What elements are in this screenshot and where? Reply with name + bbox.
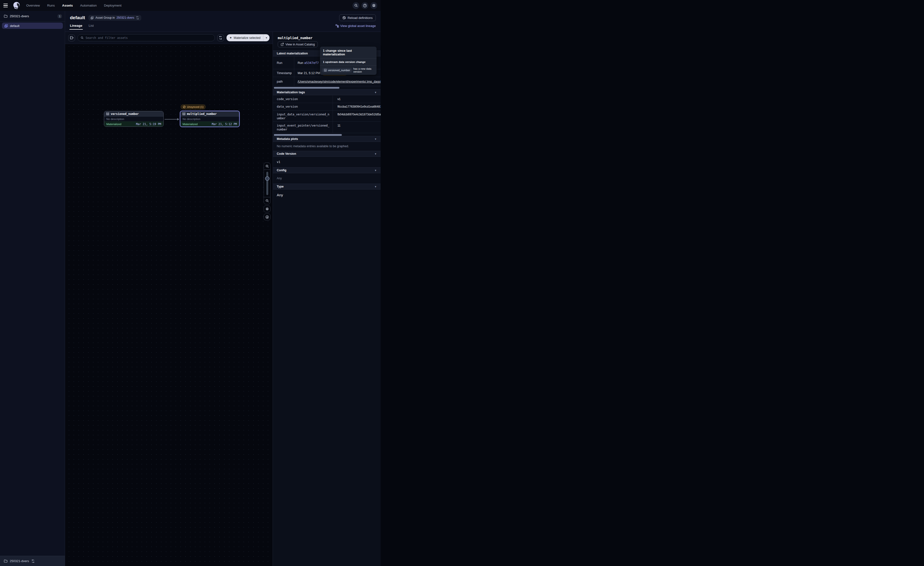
path-link[interactable]: /Users/smackesey/stm/code/elementl/exper… (298, 80, 381, 83)
tag-value: f6ccba1776380941e9cd1ea66481d (333, 103, 381, 110)
section-heading: Materialization tags (277, 90, 305, 94)
lineage-edge (165, 119, 177, 119)
nav-item-runs[interactable]: Runs (47, 4, 55, 7)
view-in-asset-catalog-button[interactable]: View in Asset Catalog (278, 41, 318, 47)
asset-node-description: No description (104, 117, 164, 122)
nav-item-deployment[interactable]: Deployment (104, 4, 122, 7)
asset-chip-versioned-number[interactable]: versioned_number (322, 68, 352, 72)
download-image-button[interactable] (264, 214, 270, 220)
collapse-caret-icon[interactable]: ▼ (374, 152, 377, 155)
collapse-sidebar-button[interactable] (68, 35, 75, 41)
asset-node-timestamp: Mar 21, 5:12 PM (212, 122, 237, 126)
asset-group-badge-text: Asset Group in (95, 16, 115, 20)
unsynced-icon (183, 105, 186, 108)
nav-item-overview[interactable]: Overview (26, 4, 40, 7)
hamburger-menu-icon[interactable] (3, 2, 10, 9)
primary-nav: Overview Runs Assets Automation Deployme… (26, 4, 122, 7)
dagster-logo[interactable] (13, 2, 21, 10)
section-heading: Type (277, 185, 284, 188)
section-materialization-tags[interactable]: Materialization tags ▼ (273, 89, 381, 95)
collapse-caret-icon[interactable]: ▼ (374, 138, 377, 140)
zoom-in-icon (266, 164, 269, 168)
config-value: Any (277, 177, 282, 180)
code-version-value: v1 (277, 160, 280, 164)
zoom-out-icon (266, 199, 269, 203)
asset-node-status: Materialized (106, 123, 122, 126)
sidebar-item-default[interactable]: default (2, 23, 63, 29)
asset-group-badge-link[interactable]: 250321-dvers (117, 16, 134, 20)
view-global-asset-lineage-label: View global asset lineage (340, 24, 376, 28)
asset-node-name: multiplied_number (187, 112, 217, 116)
search-input[interactable] (86, 36, 212, 39)
help-icon (363, 4, 367, 8)
asset-node-description: No description (180, 117, 239, 122)
collapse-caret-icon[interactable]: ▼ (374, 169, 377, 172)
folder-icon (4, 15, 8, 18)
asset-node-timestamp: Mar 21, 5:19 PM (136, 122, 161, 126)
section-heading: Latest materialization (277, 52, 308, 55)
row-label-run: Run (273, 57, 294, 69)
materialize-selected-label: Materialize selected (234, 36, 261, 39)
zoom-out-button[interactable] (264, 197, 270, 204)
sparkle-icon: ✦ (230, 36, 232, 39)
run-id-link[interactable]: a5347ef7 (304, 61, 319, 65)
unsynced-badge-label: Unsynced (1) (187, 105, 204, 108)
collapse-caret-icon[interactable]: ▼ (374, 185, 377, 188)
tag-value: 11 (333, 122, 381, 133)
tab-lineage[interactable]: Lineage (70, 24, 82, 30)
page-header: default Asset Group in 250321-dvers Relo… (65, 11, 381, 32)
asset-group-icon (4, 24, 8, 28)
unsynced-badge[interactable]: Unsynced (1) (181, 104, 206, 109)
help-button[interactable] (362, 2, 368, 9)
asset-chip-label: versioned_number (328, 69, 350, 72)
zoom-controls (264, 163, 270, 220)
changes-popover: 1 change since last materialization 1 up… (320, 47, 376, 75)
materialize-selected-split-button: ✦ Materialize selected ▾ (226, 34, 270, 41)
materialize-selected-button[interactable]: ✦ Materialize selected (226, 34, 263, 41)
horizontal-scrollbar[interactable] (274, 134, 342, 136)
external-link-icon (280, 43, 284, 46)
lineage-icon (336, 24, 339, 28)
section-config[interactable]: Config ▼ (273, 167, 381, 173)
section-heading: Metadata plots (277, 137, 298, 141)
caret-down-icon: ▾ (266, 36, 267, 39)
nav-item-assets[interactable]: Assets (62, 4, 73, 7)
section-code-version[interactable]: Code Version ▼ (273, 151, 381, 157)
collapse-caret-icon[interactable]: ▼ (374, 91, 377, 94)
section-heading: Config (277, 169, 286, 172)
nav-item-automation[interactable]: Automation (80, 4, 97, 7)
view-global-asset-lineage-link[interactable]: View global asset lineage (336, 24, 376, 30)
reload-definitions-icon (342, 16, 346, 20)
zoom-in-button[interactable] (264, 163, 270, 170)
search-button[interactable] (352, 2, 359, 9)
asset-node-versioned-number[interactable]: versioned_number No description Material… (104, 111, 164, 127)
tab-list[interactable]: List (88, 24, 94, 30)
horizontal-scrollbar[interactable] (274, 87, 339, 89)
sidebar-group-250321-dvers[interactable]: 250321-dvers 1 (0, 11, 65, 22)
run-text: Run (298, 61, 303, 65)
asset-group-badge[interactable]: Asset Group in 250321-dvers (88, 15, 141, 21)
sidebar: 250321-dvers 1 default 250321-dvers (0, 11, 65, 233)
timestamp-text: Mar 21, 5:12 PM (298, 71, 320, 75)
zoom-slider-knob[interactable] (265, 176, 270, 181)
asset-node-status: Materialized (183, 123, 198, 126)
sidebar-group-label: 250321-dvers (10, 14, 29, 18)
refresh-graph-button[interactable] (217, 35, 224, 41)
section-metadata-plots[interactable]: Metadata plots ▼ (273, 136, 381, 142)
sync-icon[interactable] (136, 16, 139, 20)
lineage-canvas[interactable]: ✦ Materialize selected ▾ Unsynced (1) ve… (65, 32, 273, 233)
materialize-options-button[interactable]: ▾ (263, 34, 270, 41)
gear-icon (372, 4, 376, 8)
graph-settings-button[interactable] (264, 206, 270, 212)
page-title: default (70, 15, 85, 20)
asset-search-field[interactable] (78, 34, 215, 41)
asset-node-multiplied-number[interactable]: multiplied_number No description Materia… (180, 111, 240, 127)
zoom-slider[interactable] (264, 170, 270, 197)
top-nav: Overview Runs Assets Automation Deployme… (0, 0, 381, 11)
table-icon (106, 112, 109, 115)
panel-expand-icon (70, 36, 74, 39)
settings-button[interactable] (370, 2, 377, 9)
zoom-slider-track[interactable] (266, 172, 268, 195)
reload-definitions-button[interactable]: Reload definitions (339, 14, 376, 21)
section-type[interactable]: Type ▼ (273, 184, 381, 190)
